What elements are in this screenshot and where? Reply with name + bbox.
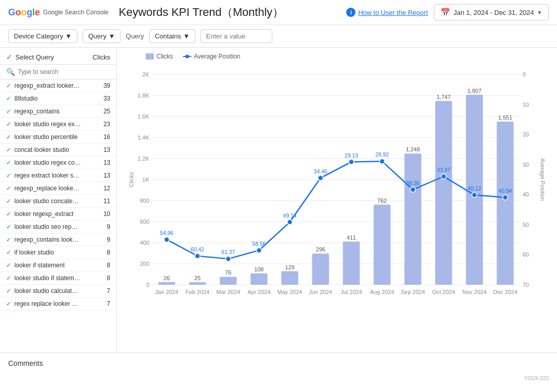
svg-text:0: 0 — [523, 71, 526, 77]
svg-text:108: 108 — [254, 266, 264, 272]
clicks-column-label: Clicks — [92, 53, 110, 61]
list-item[interactable]: ✓ regex replace looker studio 7 — [0, 298, 116, 310]
query-name: looker studio seo report t... — [14, 223, 81, 230]
svg-point-72 — [441, 174, 446, 179]
query-checkbox[interactable]: ✓ — [6, 300, 11, 307]
svg-point-60 — [256, 248, 262, 253]
list-item[interactable]: ✓ looker studio regex extract 23 — [0, 118, 116, 131]
svg-text:40.94: 40.94 — [499, 188, 512, 194]
list-item[interactable]: ✓ looker regexp_extract 10 — [0, 208, 116, 221]
search-icon: 🔍 — [6, 68, 15, 76]
query-count: 13 — [104, 172, 110, 179]
svg-text:Apr 2024: Apr 2024 — [248, 289, 271, 295]
query-checkbox[interactable]: ✓ — [6, 275, 11, 282]
query-count: 25 — [104, 108, 110, 115]
list-item[interactable]: ✓ regex extract looker studio 13 — [0, 169, 116, 182]
query-row-left: ✓ looker studio if statement — [6, 275, 81, 282]
list-item[interactable]: ✓ looker studio seo report t... 9 — [0, 221, 116, 233]
legend-bar-icon — [146, 53, 154, 60]
comments-section: Comments — [0, 352, 557, 374]
query-count: 8 — [107, 262, 110, 269]
query-row-left: ✓ regexp_contains looker st... — [6, 236, 81, 243]
svg-text:Oct 2024: Oct 2024 — [432, 289, 455, 295]
query-name: looker studio calculated fi... — [14, 287, 81, 295]
list-item[interactable]: ✓ 88studio 33 — [0, 92, 116, 105]
list-item[interactable]: ✓ regexp_contains looker st... 9 — [0, 233, 116, 246]
search-box: 🔍 — [0, 65, 116, 80]
query-row-left: ✓ looker studio regex conta... — [6, 159, 81, 166]
query-checkbox[interactable]: ✓ — [6, 159, 11, 166]
svg-text:0: 0 — [146, 282, 149, 288]
logo-e: e — [35, 7, 40, 17]
header-right: i How to User the Report 📅 Jan 1, 2024 -… — [346, 4, 549, 21]
svg-text:Sep 2024: Sep 2024 — [401, 289, 425, 295]
svg-text:10: 10 — [523, 102, 529, 108]
list-item[interactable]: ✓ looker if statement 8 — [0, 259, 116, 272]
logo-o2: o — [21, 7, 27, 17]
query-checkbox[interactable]: ✓ — [6, 121, 11, 128]
help-link[interactable]: i How to User the Report — [346, 8, 428, 17]
query-type-arrow: ▼ — [183, 32, 190, 40]
query-count: 7 — [107, 300, 110, 307]
query-dropdown-arrow: ▼ — [108, 32, 115, 40]
query-checkbox[interactable]: ✓ — [6, 249, 11, 256]
footer-text: YOUX.020 — [524, 376, 549, 381]
query-row-left: ✓ regex extract looker studio — [6, 172, 81, 179]
query-checkbox[interactable]: ✓ — [6, 262, 11, 269]
list-item[interactable]: ✓ looker studio calculated fi... 7 — [0, 285, 116, 298]
chart-area: Clicks Average Position 02004006008001K1… — [117, 48, 557, 352]
device-category-label: Device Category — [14, 32, 63, 40]
list-item[interactable]: ✓ concat looker studio 13 — [0, 144, 116, 156]
logo-text: Google Search Console — [43, 9, 108, 16]
svg-text:61.37: 61.37 — [222, 249, 235, 255]
query-dropdown[interactable]: Query ▼ — [83, 29, 121, 43]
query-checkbox[interactable]: ✓ — [6, 287, 11, 295]
query-type-dropdown[interactable]: Contains ▼ — [149, 29, 195, 43]
list-item[interactable]: ✓ regexp_replace looker stu... 12 — [0, 182, 116, 195]
query-search-input[interactable] — [18, 68, 110, 75]
query-count: 11 — [104, 198, 110, 205]
list-item[interactable]: ✓ looker studio concatenate 11 — [0, 195, 116, 208]
query-checkbox[interactable]: ✓ — [6, 172, 11, 179]
query-checkbox[interactable]: ✓ — [6, 82, 11, 89]
list-item[interactable]: ✓ regexp_contains 25 — [0, 105, 116, 118]
svg-text:54.96: 54.96 — [160, 230, 173, 236]
date-range-button[interactable]: 📅 Jan 1, 2024 - Dec 31, 2024 ▼ — [434, 4, 549, 21]
svg-text:296: 296 — [316, 246, 325, 252]
query-count: 23 — [104, 121, 110, 128]
query-checkbox[interactable]: ✓ — [6, 223, 11, 230]
svg-text:Clicks: Clicks — [128, 172, 134, 187]
list-item[interactable]: ✓ if looker studio 8 — [0, 246, 116, 259]
query-checkbox[interactable]: ✓ — [6, 95, 11, 102]
query-name: regexp_replace looker stu... — [14, 185, 81, 192]
query-row-left: ✓ looker studio concatenate — [6, 198, 81, 205]
list-item[interactable]: ✓ regexp_extract looker stu... 39 — [0, 80, 116, 92]
svg-point-56 — [195, 253, 200, 259]
list-item[interactable]: ✓ looker studio if statement 8 — [0, 272, 116, 285]
query-count: 9 — [107, 223, 110, 230]
query-row-left: ✓ looker if statement — [6, 262, 65, 269]
list-item[interactable]: ✓ looker studio regex conta... 13 — [0, 156, 116, 169]
svg-point-54 — [164, 237, 169, 242]
svg-rect-30 — [158, 282, 175, 285]
svg-text:May 2024: May 2024 — [277, 289, 302, 295]
query-row-left: ✓ regexp_contains — [6, 108, 59, 115]
query-checkbox[interactable]: ✓ — [6, 185, 11, 192]
list-item[interactable]: ✓ looker studio percentile 16 — [0, 131, 116, 144]
query-checkbox[interactable]: ✓ — [6, 108, 11, 115]
query-checkbox[interactable]: ✓ — [6, 198, 11, 205]
query-checkbox[interactable]: ✓ — [6, 133, 11, 141]
query-checkbox[interactable]: ✓ — [6, 236, 11, 243]
select-all-check[interactable]: ✓ — [6, 53, 12, 61]
chart-legend: Clicks Average Position — [146, 53, 549, 60]
svg-text:1,747: 1,747 — [436, 94, 451, 100]
device-category-dropdown[interactable]: Device Category ▼ — [8, 29, 77, 43]
query-checkbox[interactable]: ✓ — [6, 210, 11, 218]
comments-label: Comments — [8, 359, 43, 367]
query-name: regex replace looker studio — [14, 300, 81, 307]
query-value-input[interactable] — [201, 29, 272, 43]
svg-point-76 — [503, 195, 508, 200]
query-checkbox[interactable]: ✓ — [6, 146, 11, 153]
date-range-text: Jan 1, 2024 - Dec 31, 2024 — [453, 9, 534, 16]
svg-text:29.13: 29.13 — [345, 152, 358, 159]
